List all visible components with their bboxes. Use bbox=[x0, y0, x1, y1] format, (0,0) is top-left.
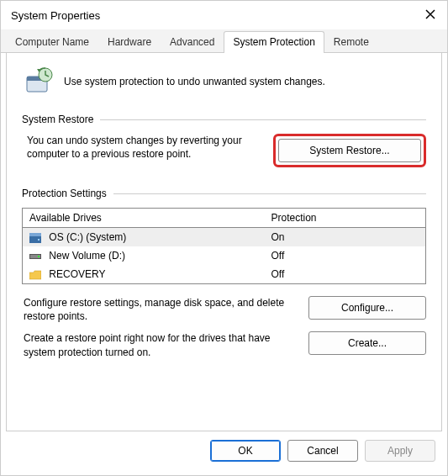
col-available-drives[interactable]: Available Drives bbox=[23, 209, 265, 228]
tab-system-protection[interactable]: System Protection bbox=[224, 31, 324, 53]
intro-row: Use system protection to undo unwanted s… bbox=[22, 65, 426, 98]
tab-computer-name[interactable]: Computer Name bbox=[6, 31, 98, 53]
cancel-button[interactable]: Cancel bbox=[287, 440, 358, 462]
dialog-footer: OK Cancel Apply bbox=[1, 431, 447, 470]
drive-icon bbox=[29, 251, 41, 262]
divider bbox=[113, 193, 426, 194]
tab-advanced[interactable]: Advanced bbox=[161, 31, 224, 53]
table-row[interactable]: RECOVERY Off bbox=[23, 265, 426, 284]
create-row: Create a restore point right now for the… bbox=[22, 331, 426, 358]
titlebar: System Properties bbox=[1, 1, 447, 29]
drive-protection: Off bbox=[265, 246, 426, 265]
close-button[interactable] bbox=[420, 5, 440, 25]
folder-icon bbox=[29, 270, 41, 280]
highlight-annotation: System Restore... bbox=[273, 134, 426, 167]
divider bbox=[100, 119, 426, 120]
configure-button[interactable]: Configure... bbox=[308, 296, 426, 320]
svg-rect-4 bbox=[29, 233, 41, 236]
drive-name: RECOVERY bbox=[49, 268, 105, 280]
tab-strip: Computer Name Hardware Advanced System P… bbox=[1, 29, 447, 53]
section-label: System Restore bbox=[22, 114, 93, 125]
drive-name: OS (C:) (System) bbox=[49, 231, 126, 243]
restore-description: You can undo system changes by reverting… bbox=[22, 134, 263, 161]
drive-icon bbox=[29, 233, 41, 243]
configure-row: Configure restore settings, manage disk … bbox=[22, 296, 426, 323]
table-row[interactable]: OS (C:) (System) On bbox=[23, 228, 426, 247]
drives-table: Available Drives Protection OS (C:) (Sys… bbox=[22, 208, 426, 284]
section-label: Protection Settings bbox=[22, 188, 107, 199]
system-restore-button[interactable]: System Restore... bbox=[278, 139, 421, 162]
configure-description: Configure restore settings, manage disk … bbox=[22, 296, 297, 323]
section-protection-settings: Protection Settings bbox=[22, 188, 426, 199]
restore-row: You can undo system changes by reverting… bbox=[22, 134, 426, 167]
ok-button[interactable]: OK bbox=[210, 440, 281, 462]
apply-button: Apply bbox=[365, 440, 435, 462]
table-header-row: Available Drives Protection bbox=[23, 209, 426, 228]
tab-content: Use system protection to undo unwanted s… bbox=[6, 53, 442, 431]
drive-protection: Off bbox=[265, 265, 426, 284]
tab-hardware[interactable]: Hardware bbox=[98, 31, 161, 53]
col-protection[interactable]: Protection bbox=[265, 209, 426, 228]
window-title: System Properties bbox=[8, 9, 420, 22]
create-button[interactable]: Create... bbox=[308, 331, 426, 355]
close-icon bbox=[424, 8, 436, 23]
svg-rect-5 bbox=[38, 239, 40, 241]
section-system-restore: System Restore bbox=[22, 114, 426, 125]
intro-text: Use system protection to undo unwanted s… bbox=[64, 76, 325, 87]
drive-protection: On bbox=[265, 228, 426, 247]
svg-rect-8 bbox=[38, 256, 40, 257]
drive-name: New Volume (D:) bbox=[49, 250, 125, 262]
system-protection-icon bbox=[22, 65, 55, 98]
tab-remote[interactable]: Remote bbox=[324, 31, 378, 53]
table-row[interactable]: New Volume (D:) Off bbox=[23, 246, 426, 265]
create-description: Create a restore point right now for the… bbox=[22, 331, 297, 358]
